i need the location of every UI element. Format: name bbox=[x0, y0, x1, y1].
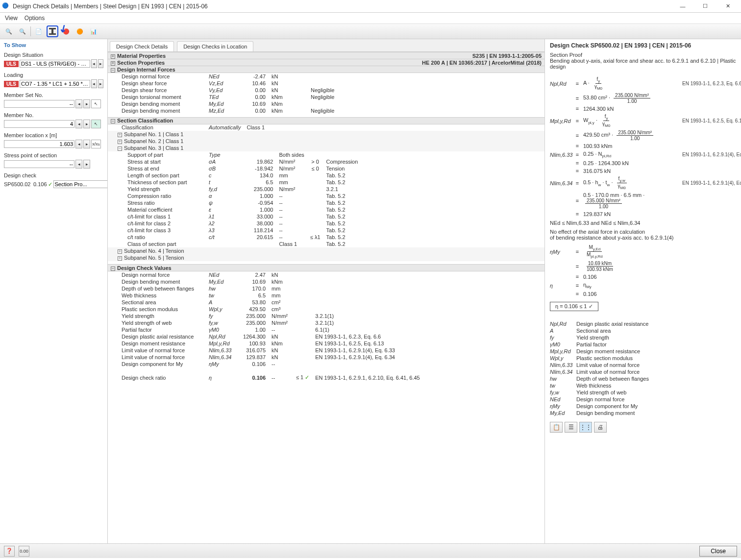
menu-view[interactable]: View bbox=[5, 15, 18, 22]
stresspt-input[interactable] bbox=[4, 160, 74, 168]
ds-prev[interactable]: ◂ bbox=[91, 59, 97, 68]
formula-row: = 0.106 bbox=[550, 274, 736, 280]
maximize-button[interactable]: ☐ bbox=[694, 0, 716, 13]
decimals-icon[interactable]: 0.00 bbox=[19, 546, 29, 557]
formula-row: Nlim,6.34= 0.5 · hw · tw · fy,wγM0EN 199… bbox=[550, 176, 736, 190]
table-row: Design normal force bbox=[108, 271, 206, 278]
menu-options[interactable]: Options bbox=[25, 15, 45, 22]
sidebar-header: To Show bbox=[4, 42, 103, 48]
sc-title: Section Classification bbox=[117, 118, 173, 123]
lbl-designcheck: Design check bbox=[4, 172, 103, 178]
legend-row: My,EdDesign bending moment bbox=[550, 410, 736, 416]
lbl-design-situation: Design Situation bbox=[4, 52, 103, 58]
mn-pick[interactable]: ↖ bbox=[91, 120, 101, 128]
final-sym: η bbox=[206, 374, 236, 381]
tool-zoom-out-icon[interactable]: 🔍 bbox=[17, 25, 28, 37]
table-row: c/t-limit for class 2 bbox=[108, 220, 206, 227]
load-next[interactable]: ▸ bbox=[98, 79, 104, 88]
ml-toggle[interactable]: x/xs bbox=[91, 140, 101, 148]
minimize-button[interactable]: — bbox=[671, 0, 694, 13]
help-icon[interactable]: ❓ bbox=[4, 546, 15, 557]
memberset-input[interactable] bbox=[4, 100, 74, 108]
statusbar: ❓ 0.00 Close bbox=[0, 543, 741, 558]
table-row: Stress ratio bbox=[108, 199, 206, 206]
dif-title: Design Internal Forces bbox=[117, 67, 175, 73]
subpanel-title: Subpanel No. 1 | Class 1 bbox=[124, 131, 183, 137]
table-row: Design shear force bbox=[108, 80, 206, 87]
expand-icon[interactable]: + bbox=[111, 61, 115, 66]
ml-next[interactable]: ▸ bbox=[83, 140, 90, 148]
table-row: Yield strength bbox=[108, 186, 206, 193]
table-row: Class of section part bbox=[108, 241, 206, 247]
center-panel: Design Check Details Design Checks in Lo… bbox=[108, 39, 545, 543]
table-row: Design component for My bbox=[108, 361, 206, 367]
expand-icon[interactable]: + bbox=[118, 256, 122, 261]
center-tabs: Design Check Details Design Checks in Lo… bbox=[108, 39, 544, 52]
table-row: Thickness of section part bbox=[108, 179, 206, 186]
tool-member-icon[interactable]: 📄 bbox=[33, 25, 45, 37]
subpanel-title: Subpanel No. 4 | Tension bbox=[124, 248, 184, 254]
final-value: 0.106 bbox=[236, 374, 269, 381]
table-row: Design moment resistance bbox=[108, 340, 206, 347]
table-row: Compression ratio bbox=[108, 193, 206, 199]
legend-row: fy,wYield strength of web bbox=[550, 390, 736, 395]
table-row: Web thickness bbox=[108, 292, 206, 299]
uls-badge: ULS bbox=[4, 61, 19, 67]
close-window-button[interactable]: ✕ bbox=[716, 0, 739, 13]
expand-icon[interactable]: − bbox=[118, 146, 122, 151]
svg-rect-2 bbox=[49, 33, 56, 35]
tab-design-checks-location[interactable]: Design Checks in Location bbox=[177, 41, 253, 51]
memberno-input[interactable] bbox=[4, 120, 74, 128]
dcv-title: Design Check Values bbox=[117, 265, 172, 271]
loading-select[interactable] bbox=[20, 80, 90, 88]
ms-prev[interactable]: ◂ bbox=[75, 99, 82, 108]
sp-next[interactable]: ▸ bbox=[83, 160, 90, 169]
expand-icon[interactable]: + bbox=[118, 133, 122, 137]
expand-icon[interactable]: + bbox=[111, 54, 115, 59]
tool-zoom-in-icon[interactable]: 🔍 bbox=[3, 25, 15, 37]
proof-desc: Bending about y-axis, axial force and sh… bbox=[550, 58, 736, 70]
design-situation-select[interactable] bbox=[20, 60, 90, 68]
ds-next[interactable]: ▸ bbox=[98, 59, 104, 68]
mn-prev[interactable]: ◂ bbox=[75, 120, 82, 128]
dc-code: SP6500.02 bbox=[4, 181, 32, 187]
ms-pick[interactable]: ↖ bbox=[91, 99, 101, 108]
right-toolbar: 📋 ☰ ⋮⋮ 🖨 bbox=[550, 422, 736, 433]
toolbar: 🔍 🔍 📄 ↙ 🔴 🟠 📊 bbox=[0, 24, 741, 39]
ms-next[interactable]: ▸ bbox=[83, 99, 90, 108]
formula-row: Nlim,6.33= 0.25 · Npl,RdEN 1993-1-1, 6.2… bbox=[550, 151, 736, 158]
expand-icon[interactable]: + bbox=[118, 140, 122, 144]
subpanel-title: Subpanel No. 5 | Tension bbox=[124, 255, 184, 261]
matprop-title: Material Properties bbox=[117, 53, 166, 59]
formula-row: = 100.93 kNm bbox=[550, 143, 736, 149]
tab-design-check-details[interactable]: Design Check Details bbox=[110, 41, 174, 51]
collapse-icon[interactable]: − bbox=[111, 119, 115, 123]
table-row: c/t ratio bbox=[108, 234, 206, 241]
copy-icon[interactable]: 📋 bbox=[550, 422, 563, 433]
proof-label: Section Proof bbox=[550, 52, 582, 58]
memberloc-input[interactable] bbox=[4, 140, 74, 148]
filter-icon[interactable]: ⋮⋮ bbox=[579, 422, 592, 433]
table-row: Design bending moment bbox=[108, 278, 206, 285]
collapse-icon[interactable]: − bbox=[111, 267, 115, 271]
list-icon[interactable]: ☰ bbox=[565, 422, 577, 433]
tool-result-icon[interactable]: 🟠 bbox=[74, 25, 86, 37]
close-button[interactable]: Close bbox=[699, 546, 737, 557]
dc-select[interactable] bbox=[53, 180, 108, 188]
tool-cross-section-icon[interactable]: ↙ bbox=[47, 25, 58, 37]
table-row: Limit value of normal force bbox=[108, 354, 206, 361]
ineq: NEd ≤ Nlim,6.33 and NEd ≤ Nlim,6.34 bbox=[550, 220, 640, 226]
table-row: Design shear force bbox=[108, 87, 206, 94]
expand-icon[interactable]: + bbox=[118, 249, 122, 254]
mn-next[interactable]: ▸ bbox=[83, 120, 90, 128]
table-row: c/t-limit for class 3 bbox=[108, 227, 206, 234]
ml-prev[interactable]: ◂ bbox=[75, 140, 82, 148]
sp-prev[interactable]: ◂ bbox=[75, 160, 82, 169]
collapse-icon[interactable]: − bbox=[111, 68, 115, 73]
load-prev[interactable]: ◂ bbox=[91, 79, 97, 88]
print-icon[interactable]: 🖨 bbox=[594, 422, 607, 433]
tool-distribution-icon[interactable]: 📊 bbox=[88, 25, 99, 37]
table-row: Sectional area bbox=[108, 299, 206, 306]
formula-row: = 1264.300 kN bbox=[550, 106, 736, 112]
formula-row: = 0.106 bbox=[550, 291, 736, 297]
